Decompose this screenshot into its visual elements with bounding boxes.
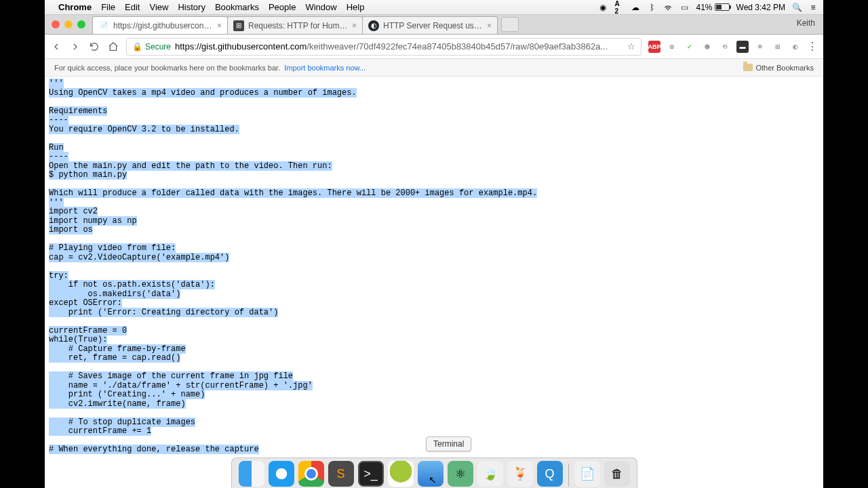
profile-badge[interactable]: Keith bbox=[797, 18, 815, 28]
notification-center-icon[interactable]: ≡ bbox=[808, 3, 818, 12]
browser-tab-strip: 📄 https://gist.githubusercontent. × ⊞ Re… bbox=[45, 15, 823, 35]
page-content[interactable]: ''' Using OpenCV takes a mp4 video and p… bbox=[45, 77, 823, 488]
tab-title: https://gist.githubusercontent. bbox=[113, 21, 213, 30]
new-tab-button[interactable] bbox=[501, 17, 519, 32]
extension-icon[interactable]: ✓ bbox=[684, 41, 696, 53]
window-minimize-button[interactable] bbox=[64, 20, 73, 28]
sublime-dock-icon[interactable]: S bbox=[328, 461, 354, 487]
forward-button[interactable] bbox=[69, 41, 81, 53]
menu-file[interactable]: File bbox=[101, 2, 115, 12]
spotlight-icon[interactable]: 🔍 bbox=[792, 3, 802, 12]
extension-icon[interactable]: ⊜ bbox=[666, 41, 678, 53]
battery-percent: 41% bbox=[696, 3, 712, 12]
page-favicon-icon: 📄 bbox=[98, 20, 109, 31]
page-favicon-icon: ⊞ bbox=[233, 20, 244, 31]
browser-tab[interactable]: 📄 https://gist.githubusercontent. × bbox=[92, 16, 228, 34]
tab-close-button[interactable]: × bbox=[352, 21, 357, 30]
browser-tab[interactable]: ⊞ Requests: HTTP for Humans — × bbox=[227, 16, 363, 34]
home-button[interactable] bbox=[107, 41, 119, 53]
android-studio-dock-icon[interactable] bbox=[388, 461, 414, 487]
tab-close-button[interactable]: × bbox=[487, 21, 492, 30]
macos-dock: S >_ ⚛ 🍃 🍹 Q 📄 🗑 bbox=[231, 458, 637, 488]
address-bar[interactable]: 🔒 Secure https://gist.githubusercontent.… bbox=[126, 38, 642, 56]
quicktime-dock-icon[interactable]: Q bbox=[537, 461, 563, 487]
extension-icon[interactable]: ✳ bbox=[754, 41, 766, 53]
extension-icon[interactable]: ⬢ bbox=[701, 41, 713, 53]
bluetooth-icon[interactable]: ᛒ bbox=[647, 3, 656, 12]
cloud-icon[interactable]: ☁ bbox=[631, 3, 640, 12]
tab-close-button[interactable]: × bbox=[217, 21, 222, 30]
extension-icons: ABP ⊜ ✓ ⬢ ⟲ ▬ ✳ ⊞ ◐ ⋮ bbox=[648, 40, 818, 53]
bookmark-star-icon[interactable]: ☆ bbox=[627, 41, 635, 52]
app-name[interactable]: Chrome bbox=[58, 2, 92, 12]
code-text[interactable]: ''' Using OpenCV takes a mp4 video and p… bbox=[45, 77, 823, 458]
secure-label: Secure bbox=[145, 42, 171, 52]
mongodb-dock-icon[interactable]: 🍃 bbox=[477, 461, 503, 487]
github-favicon-icon: ◐ bbox=[368, 20, 379, 31]
dock-separator bbox=[568, 464, 569, 487]
menu-view[interactable]: View bbox=[149, 2, 168, 12]
extension-icon[interactable]: ⊞ bbox=[772, 41, 784, 53]
extension-icon[interactable]: ⟲ bbox=[719, 41, 731, 53]
status-area: ◉ A 2 ☁ ᛒ ▭ 41% Wed 3:42 PM 🔍 ≡ bbox=[598, 3, 818, 12]
browser-tab[interactable]: ◐ HTTP Server Request using Re × bbox=[362, 16, 498, 34]
document-dock-icon[interactable]: 📄 bbox=[574, 461, 600, 487]
window-maximize-button[interactable] bbox=[77, 20, 85, 28]
atom-dock-icon[interactable]: ⚛ bbox=[448, 461, 473, 487]
display-icon[interactable]: ▭ bbox=[679, 3, 689, 12]
import-bookmarks-link[interactable]: Import bookmarks now... bbox=[284, 64, 366, 72]
menu-help[interactable]: Help bbox=[347, 2, 365, 12]
back-button[interactable] bbox=[50, 41, 62, 53]
clock[interactable]: Wed 3:42 PM bbox=[736, 3, 785, 12]
menu-history[interactable]: History bbox=[178, 2, 205, 12]
bookmarks-hint: For quick access, place your bookmarks h… bbox=[54, 64, 280, 72]
menu-window[interactable]: Window bbox=[305, 2, 336, 12]
secure-indicator: 🔒 Secure bbox=[132, 42, 171, 52]
folder-icon bbox=[743, 64, 753, 71]
window-close-button[interactable] bbox=[52, 20, 60, 28]
wifi-icon[interactable] bbox=[663, 3, 673, 12]
handbrake-dock-icon[interactable]: 🍹 bbox=[507, 461, 533, 487]
bookmarks-bar: For quick access, place your bookmarks h… bbox=[45, 59, 823, 77]
adblock-extension-icon[interactable]: ABP bbox=[648, 41, 660, 53]
trash-dock-icon[interactable]: 🗑 bbox=[604, 461, 630, 487]
extension-icon[interactable]: ▬ bbox=[736, 41, 749, 53]
screencast-icon[interactable]: ◉ bbox=[598, 3, 608, 12]
menu-people[interactable]: People bbox=[269, 2, 296, 12]
other-bookmarks-button[interactable]: Other Bookmarks bbox=[743, 64, 814, 72]
macos-menubar: Chrome File Edit View History Bookmarks … bbox=[45, 0, 823, 15]
window-controls bbox=[45, 20, 92, 28]
battery-indicator[interactable]: 41% bbox=[696, 3, 729, 12]
tab-title: Requests: HTTP for Humans — bbox=[248, 21, 348, 30]
url-text: https://gist.githubusercontent.com/keith… bbox=[175, 41, 622, 52]
tab-title: HTTP Server Request using Re bbox=[383, 21, 483, 30]
lock-icon: 🔒 bbox=[132, 42, 142, 52]
reload-button[interactable] bbox=[88, 41, 100, 53]
safari-dock-icon[interactable] bbox=[269, 461, 294, 487]
extension-icon[interactable]: ◐ bbox=[789, 41, 802, 53]
xcode-dock-icon[interactable] bbox=[418, 461, 443, 487]
terminal-dock-icon[interactable]: >_ bbox=[358, 461, 384, 487]
browser-menu-button[interactable]: ⋮ bbox=[807, 40, 818, 53]
chrome-dock-icon[interactable] bbox=[298, 461, 324, 487]
adobe-icon[interactable]: A 2 bbox=[614, 3, 624, 12]
menu-edit[interactable]: Edit bbox=[125, 2, 140, 12]
finder-dock-icon[interactable] bbox=[239, 461, 264, 487]
menu-bookmarks[interactable]: Bookmarks bbox=[215, 2, 259, 12]
browser-toolbar: 🔒 Secure https://gist.githubusercontent.… bbox=[45, 35, 823, 59]
